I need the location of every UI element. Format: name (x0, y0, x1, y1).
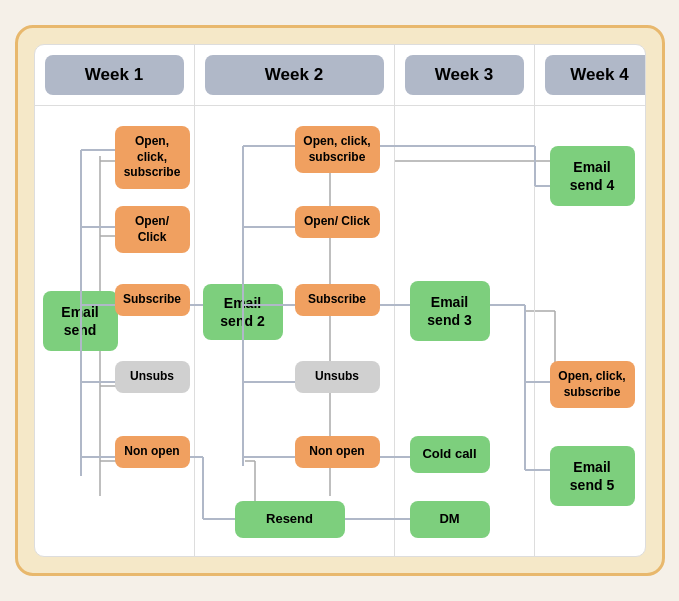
open-click-subscribe-3-node: Open, click, subscribe (550, 361, 635, 408)
week4-header: Week 4 (535, 45, 646, 105)
email-send-3-node: Email send 3 (410, 281, 490, 341)
open-click-subscribe-2-node: Open, click, subscribe (295, 126, 380, 173)
open-click-1-node: Open/ Click (115, 206, 190, 253)
email-send-5-node: Email send 5 (550, 446, 635, 506)
dm-node: DM (410, 501, 490, 538)
week2-header: Week 2 (195, 45, 395, 105)
email-send-2-node: Email send 2 (203, 284, 283, 340)
non-open-1-node: Non open (115, 436, 190, 468)
cold-call-node: Cold call (410, 436, 490, 473)
unsubs-1-node: Unsubs (115, 361, 190, 393)
email-send-node: Email send (43, 291, 118, 351)
email-send-4-node: Email send 4 (550, 146, 635, 206)
week3-header: Week 3 (395, 45, 535, 105)
subscribe-1-node: Subscribe (115, 284, 190, 316)
resend-node: Resend (235, 501, 345, 538)
week1-header: Week 1 (35, 45, 195, 105)
open-click-2-node: Open/ Click (295, 206, 380, 238)
open-click-subscribe-1-node: Open, click, subscribe (115, 126, 190, 189)
non-open-2-node: Non open (295, 436, 380, 468)
outer-container: Week 1 Week 2 Week 3 Week 4 (15, 25, 665, 576)
unsubs-2-node: Unsubs (295, 361, 380, 393)
subscribe-2-node: Subscribe (295, 284, 380, 316)
